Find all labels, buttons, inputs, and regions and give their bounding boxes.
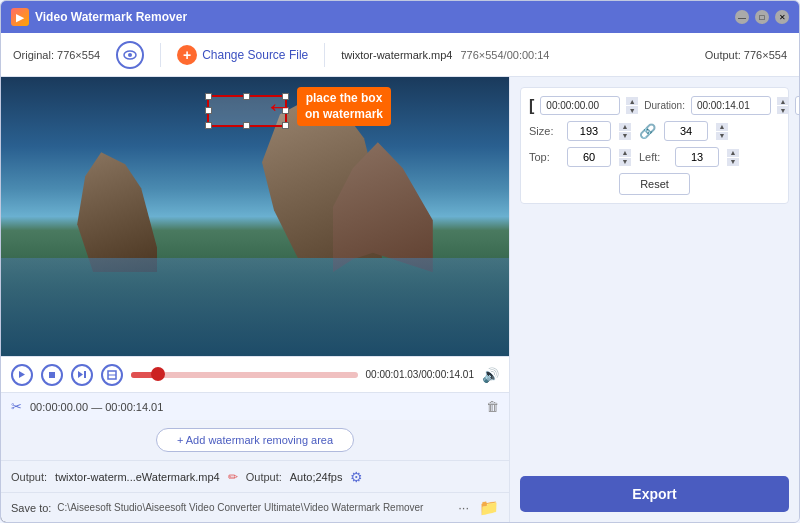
window-controls: — □ ✕ [735,10,789,24]
video-container: ← place the boxon watermark [1,77,509,356]
output-settings-value: Auto;24fps [290,471,343,483]
size-width-up[interactable]: ▲ [619,123,631,131]
clip-button[interactable] [101,364,123,386]
start-time-input[interactable] [540,96,620,115]
handle-top-middle[interactable] [243,93,250,100]
svg-marker-2 [19,371,25,378]
save-path: C:\Aiseesoft Studio\Aiseesoft Video Conv… [57,502,448,513]
main-area: ← place the boxon watermark [1,77,799,522]
water-reflection [1,258,509,356]
annotation-text: place the boxon watermark [297,87,391,126]
handle-bottom-left[interactable] [205,122,212,129]
title-bar: ▶ Video Watermark Remover — □ ✕ [1,1,799,33]
left-input[interactable] [675,147,719,167]
top-down[interactable]: ▼ [619,158,631,166]
output-resolution: Output: 776×554 [705,49,787,61]
original-label: Original: 776×554 [13,49,100,61]
toolbar: Original: 776×554 + Change Source File t… [1,33,799,77]
handle-bottom-middle[interactable] [243,122,250,129]
start-time-row: [ ▲ ▼ Duration: ▲ ▼ ▲ ▼ [529,96,780,115]
add-watermark-area-button[interactable]: + Add watermark removing area [156,428,354,452]
delete-range-button[interactable]: 🗑 [486,399,499,414]
app-icon: ▶ [11,8,29,26]
top-up[interactable]: ▲ [619,149,631,157]
add-area-row: + Add watermark removing area [1,420,509,460]
video-frame: ← place the boxon watermark [1,77,509,356]
start-time-spinner: ▲ ▼ [626,97,638,114]
annotation-overlay: ← place the boxon watermark [265,87,391,126]
position-row: Top: ▲ ▼ Left: ▲ ▼ [529,147,780,167]
size-width-spinner: ▲ ▼ [619,123,631,140]
open-bracket: [ [529,97,534,115]
size-height-input[interactable] [664,121,708,141]
filename: twixtor-watermark.mp4 [341,49,452,61]
add-area-label: + Add watermark removing area [177,434,333,446]
progress-track[interactable] [131,372,358,378]
left-down[interactable]: ▼ [727,158,739,166]
file-info: twixtor-watermark.mp4 776×554/00:00:14 [341,49,689,61]
top-input[interactable] [567,147,611,167]
time-range-row: ✂ 00:00:00.00 — 00:00:14.01 🗑 [1,392,509,420]
end-time-input[interactable] [795,96,799,115]
volume-icon[interactable]: 🔊 [482,367,499,383]
size-height-up[interactable]: ▲ [716,123,728,131]
output-file-label: Output: [11,471,47,483]
eye-button[interactable] [116,41,144,69]
next-frame-button[interactable] [71,364,93,386]
left-up[interactable]: ▲ [727,149,739,157]
app-window: ▶ Video Watermark Remover — □ ✕ Original… [0,0,800,523]
close-button[interactable]: ✕ [775,10,789,24]
toolbar-divider2 [324,43,325,67]
svg-point-1 [128,53,132,57]
start-time-down[interactable]: ▼ [626,106,638,114]
progress-thumb[interactable] [151,367,165,381]
maximize-button[interactable]: □ [755,10,769,24]
video-panel: ← place the boxon watermark [1,77,509,522]
save-row: Save to: C:\Aiseesoft Studio\Aiseesoft V… [1,492,509,522]
left-spinner: ▲ ▼ [727,149,739,166]
size-row: Size: ▲ ▼ 🔗 ▲ ▼ [529,121,780,141]
svg-rect-5 [84,371,86,378]
duration-down[interactable]: ▼ [777,106,789,114]
handle-top-left[interactable] [205,93,212,100]
duration-up[interactable]: ▲ [777,97,789,105]
svg-marker-4 [78,371,83,378]
top-spinner: ▲ ▼ [619,149,631,166]
settings-icon[interactable]: ⚙ [350,469,363,485]
duration-input[interactable] [691,96,771,115]
folder-icon[interactable]: 📁 [479,498,499,517]
duration-label: Duration: [644,100,685,111]
rock-decoration-left [77,152,157,272]
output-settings-label: Output: [246,471,282,483]
output-row: Output: twixtor-waterm...eWatermark.mp4 … [1,460,509,492]
link-icon[interactable]: 🔗 [639,123,656,139]
browse-button[interactable]: ··· [454,498,473,517]
edit-filename-icon[interactable]: ✏ [228,470,238,484]
svg-rect-3 [49,372,55,378]
duration-spinner: ▲ ▼ [777,97,789,114]
reset-button[interactable]: Reset [619,173,690,195]
size-width-input[interactable] [567,121,611,141]
save-label: Save to: [11,502,51,514]
scissors-icon: ✂ [11,399,22,414]
time-editor: [ ▲ ▼ Duration: ▲ ▼ ▲ ▼ [520,87,789,204]
stop-button[interactable] [41,364,63,386]
size-height-spinner: ▲ ▼ [716,123,728,140]
toolbar-divider [160,43,161,67]
size-width-down[interactable]: ▼ [619,132,631,140]
transport-bar: 00:00:01.03/00:00:14.01 🔊 [1,356,509,392]
size-height-down[interactable]: ▼ [716,132,728,140]
time-range-text: 00:00:00.00 — 00:00:14.01 [30,401,478,413]
change-source-button[interactable]: + Change Source File [177,45,308,65]
top-label: Top: [529,151,559,163]
file-meta: 776×554/00:00:14 [460,49,549,61]
left-label: Left: [639,151,667,163]
red-arrow-icon: ← [265,93,293,121]
minimize-button[interactable]: — [735,10,749,24]
play-button[interactable] [11,364,33,386]
app-logo: ▶ Video Watermark Remover [11,8,187,26]
plus-icon: + [177,45,197,65]
export-button[interactable]: Export [520,476,789,512]
handle-middle-left[interactable] [205,107,212,114]
start-time-up[interactable]: ▲ [626,97,638,105]
